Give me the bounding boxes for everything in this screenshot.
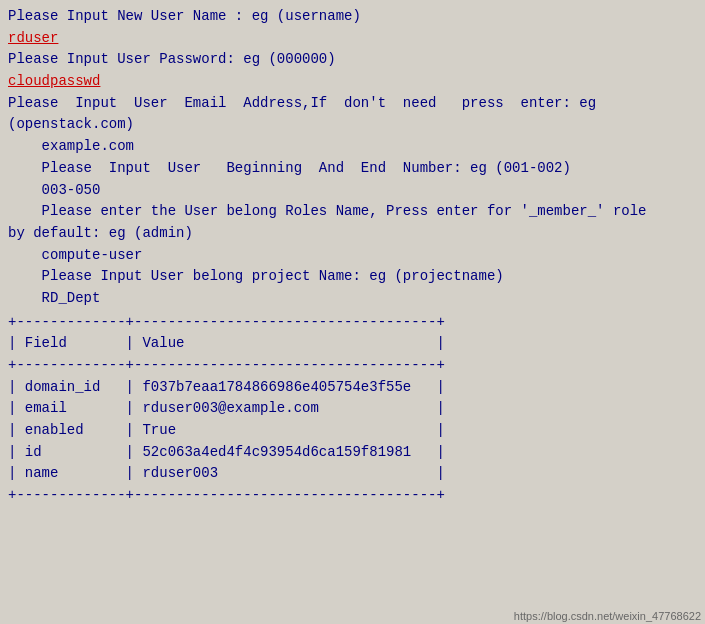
table-row-email: | email | rduser003@example.com | [8,398,697,420]
line-10: compute-user [8,245,697,267]
line-9: by default: eg (admin) [8,223,697,245]
line-1: Please Input New User Name : eg (usernam… [8,6,697,28]
input-username: rduser [8,28,697,50]
line-2: Please Input User Password: eg (000000) [8,49,697,71]
line-12: RD_Dept [8,288,697,310]
line-4: (openstack.com) [8,114,697,136]
table-row-id: | id | 52c063a4ed4f4c93954d6ca159f81981 … [8,442,697,464]
input-password: cloudpasswd [8,71,697,93]
table-row-domain: | domain_id | f037b7eaa1784866986e405754… [8,377,697,399]
table-sep-top: +-------------+-------------------------… [8,312,697,334]
terminal-window: Please Input New User Name : eg (usernam… [0,0,705,624]
table-sep-mid: +-------------+-------------------------… [8,355,697,377]
watermark: https://blog.csdn.net/weixin_47768622 [514,610,701,622]
table-row-enabled: | enabled | True | [8,420,697,442]
terminal-content: Please Input New User Name : eg (usernam… [0,0,705,513]
line-11: Please Input User belong project Name: e… [8,266,697,288]
line-7: 003-050 [8,180,697,202]
table-row-name: | name | rduser003 | [8,463,697,485]
table-header: | Field | Value | [8,333,697,355]
table: +-------------+-------------------------… [8,312,697,507]
table-sep-bot: +-------------+-------------------------… [8,485,697,507]
line-6: Please Input User Beginning And End Numb… [8,158,697,180]
line-5: example.com [8,136,697,158]
line-8: Please enter the User belong Roles Name,… [8,201,697,223]
line-3: Please Input User Email Address,If don't… [8,93,697,115]
